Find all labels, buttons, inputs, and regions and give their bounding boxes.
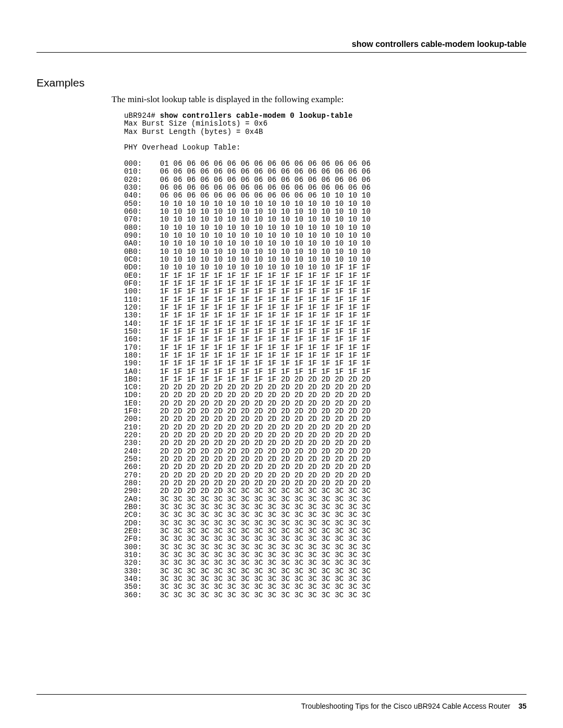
terminal-line: PHY Overhead Lookup Table:: [124, 143, 241, 152]
terminal-line: Max Burst Length (bytes) = 0x4B: [124, 128, 263, 136]
running-head: show controllers cable-modem lookup-tabl…: [36, 40, 527, 49]
terminal-line: 110: 1F 1F 1F 1F 1F 1F 1F 1F 1F 1F 1F 1F…: [124, 295, 371, 304]
terminal-line: 120: 1F 1F 1F 1F 1F 1F 1F 1F 1F 1F 1F 1F…: [124, 303, 371, 312]
terminal-line: 290: 2D 2D 2D 2D 2D 3C 3C 3C 3C 3C 3C 3C…: [124, 487, 371, 495]
terminal-line: 330: 3C 3C 3C 3C 3C 3C 3C 3C 3C 3C 3C 3C…: [124, 567, 371, 575]
terminal-line: 180: 1F 1F 1F 1F 1F 1F 1F 1F 1F 1F 1F 1F…: [124, 351, 371, 360]
terminal-line: 090: 10 10 10 10 10 10 10 10 10 10 10 10…: [124, 231, 371, 240]
terminal-line: 010: 06 06 06 06 06 06 06 06 06 06 06 06…: [124, 167, 371, 176]
terminal-line: 1A0: 1F 1F 1F 1F 1F 1F 1F 1F 1F 1F 1F 1F…: [124, 367, 371, 376]
terminal-line: Max Burst Size (minislots) = 0x6: [124, 119, 267, 128]
terminal-line: 150: 1F 1F 1F 1F 1F 1F 1F 1F 1F 1F 1F 1F…: [124, 327, 371, 336]
terminal-line: 320: 3C 3C 3C 3C 3C 3C 3C 3C 3C 3C 3C 3C…: [124, 559, 371, 567]
terminal-line: 1F0: 2D 2D 2D 2D 2D 2D 2D 2D 2D 2D 2D 2D…: [124, 407, 371, 415]
intro-paragraph: The mini-slot lookup table is displayed …: [36, 94, 527, 105]
terminal-line: 030: 06 06 06 06 06 06 06 06 06 06 06 06…: [124, 183, 371, 192]
section-heading-examples: Examples: [36, 77, 527, 89]
terminal-line: 100: 1F 1F 1F 1F 1F 1F 1F 1F 1F 1F 1F 1F…: [124, 287, 371, 295]
page: show controllers cable-modem lookup-tabl…: [0, 0, 563, 728]
terminal-line: 0A0: 10 10 10 10 10 10 10 10 10 10 10 10…: [124, 239, 371, 248]
terminal-line: 0B0: 10 10 10 10 10 10 10 10 10 10 10 10…: [124, 248, 371, 256]
terminal-line: 2E0: 3C 3C 3C 3C 3C 3C 3C 3C 3C 3C 3C 3C…: [124, 527, 371, 535]
terminal-line: 250: 2D 2D 2D 2D 2D 2D 2D 2D 2D 2D 2D 2D…: [124, 455, 371, 463]
terminal-line: 040: 06 06 06 06 06 06 06 06 06 06 06 06…: [124, 191, 371, 200]
terminal-line: 000: 01 06 06 06 06 06 06 06 06 06 06 06…: [124, 159, 371, 168]
terminal-line: 260: 2D 2D 2D 2D 2D 2D 2D 2D 2D 2D 2D 2D…: [124, 463, 371, 471]
terminal-line: 360: 3C 3C 3C 3C 3C 3C 3C 3C 3C 3C 3C 3C…: [124, 591, 371, 599]
terminal-line: 020: 06 06 06 06 06 06 06 06 06 06 06 06…: [124, 176, 371, 184]
terminal-line: 200: 2D 2D 2D 2D 2D 2D 2D 2D 2D 2D 2D 2D…: [124, 415, 371, 423]
terminal-line: 2A0: 3C 3C 3C 3C 3C 3C 3C 3C 3C 3C 3C 3C…: [124, 495, 371, 503]
terminal-output: uBR924# show controllers cable-modem 0 l…: [36, 112, 527, 599]
terminal-command: show controllers cable-modem 0 lookup-ta…: [160, 112, 353, 120]
terminal-line: 060: 10 10 10 10 10 10 10 10 10 10 10 10…: [124, 207, 371, 216]
terminal-line: 340: 3C 3C 3C 3C 3C 3C 3C 3C 3C 3C 3C 3C…: [124, 575, 371, 583]
terminal-line: 170: 1F 1F 1F 1F 1F 1F 1F 1F 1F 1F 1F 1F…: [124, 343, 371, 352]
terminal-line: 0C0: 10 10 10 10 10 10 10 10 10 10 10 10…: [124, 255, 371, 264]
terminal-line: 280: 2D 2D 2D 2D 2D 2D 2D 2D 2D 2D 2D 2D…: [124, 479, 371, 487]
terminal-line: 140: 1F 1F 1F 1F 1F 1F 1F 1F 1F 1F 1F 1F…: [124, 319, 371, 328]
footer-text: Troubleshooting Tips for the Cisco uBR92…: [301, 702, 510, 710]
terminal-line: 300: 3C 3C 3C 3C 3C 3C 3C 3C 3C 3C 3C 3C…: [124, 543, 371, 551]
terminal-line: 230: 2D 2D 2D 2D 2D 2D 2D 2D 2D 2D 2D 2D…: [124, 439, 371, 447]
terminal-line: 2B0: 3C 3C 3C 3C 3C 3C 3C 3C 3C 3C 3C 3C…: [124, 503, 371, 511]
terminal-line: 1B0: 1F 1F 1F 1F 1F 1F 1F 1F 1F 2D 2D 2D…: [124, 375, 371, 384]
terminal-line: 2D0: 3C 3C 3C 3C 3C 3C 3C 3C 3C 3C 3C 3C…: [124, 519, 371, 527]
terminal-line: 050: 10 10 10 10 10 10 10 10 10 10 10 10…: [124, 200, 371, 208]
terminal-line: 220: 2D 2D 2D 2D 2D 2D 2D 2D 2D 2D 2D 2D…: [124, 431, 371, 439]
terminal-line: 0D0: 10 10 10 10 10 10 10 10 10 10 10 10…: [124, 263, 371, 272]
terminal-line: 1E0: 2D 2D 2D 2D 2D 2D 2D 2D 2D 2D 2D 2D…: [124, 399, 371, 408]
terminal-line: 310: 3C 3C 3C 3C 3C 3C 3C 3C 3C 3C 3C 3C…: [124, 551, 371, 559]
head-rule: [36, 52, 527, 53]
terminal-line: 0E0: 1F 1F 1F 1F 1F 1F 1F 1F 1F 1F 1F 1F…: [124, 272, 371, 280]
terminal-line: uBR924# show controllers cable-modem 0 l…: [124, 112, 353, 120]
terminal-line: 130: 1F 1F 1F 1F 1F 1F 1F 1F 1F 1F 1F 1F…: [124, 311, 371, 319]
terminal-line: 2F0: 3C 3C 3C 3C 3C 3C 3C 3C 3C 3C 3C 3C…: [124, 535, 371, 543]
terminal-line: 080: 10 10 10 10 10 10 10 10 10 10 10 10…: [124, 224, 371, 232]
terminal-line: 240: 2D 2D 2D 2D 2D 2D 2D 2D 2D 2D 2D 2D…: [124, 447, 371, 455]
terminal-prompt: uBR924#: [124, 112, 160, 120]
page-footer: Troubleshooting Tips for the Cisco uBR92…: [301, 702, 527, 710]
terminal-line: 1D0: 2D 2D 2D 2D 2D 2D 2D 2D 2D 2D 2D 2D…: [124, 391, 371, 399]
terminal-line: 0F0: 1F 1F 1F 1F 1F 1F 1F 1F 1F 1F 1F 1F…: [124, 279, 371, 288]
terminal-line: 2C0: 3C 3C 3C 3C 3C 3C 3C 3C 3C 3C 3C 3C…: [124, 511, 371, 519]
terminal-line: 190: 1F 1F 1F 1F 1F 1F 1F 1F 1F 1F 1F 1F…: [124, 359, 371, 367]
footer-rule: [36, 694, 527, 695]
page-number: 35: [518, 702, 527, 710]
terminal-line: 070: 10 10 10 10 10 10 10 10 10 10 10 10…: [124, 215, 371, 224]
terminal-line: 350: 3C 3C 3C 3C 3C 3C 3C 3C 3C 3C 3C 3C…: [124, 583, 371, 591]
terminal-line: 1C0: 2D 2D 2D 2D 2D 2D 2D 2D 2D 2D 2D 2D…: [124, 383, 371, 391]
terminal-line: 270: 2D 2D 2D 2D 2D 2D 2D 2D 2D 2D 2D 2D…: [124, 471, 371, 479]
terminal-line: 210: 2D 2D 2D 2D 2D 2D 2D 2D 2D 2D 2D 2D…: [124, 423, 371, 431]
terminal-line: 160: 1F 1F 1F 1F 1F 1F 1F 1F 1F 1F 1F 1F…: [124, 335, 371, 343]
